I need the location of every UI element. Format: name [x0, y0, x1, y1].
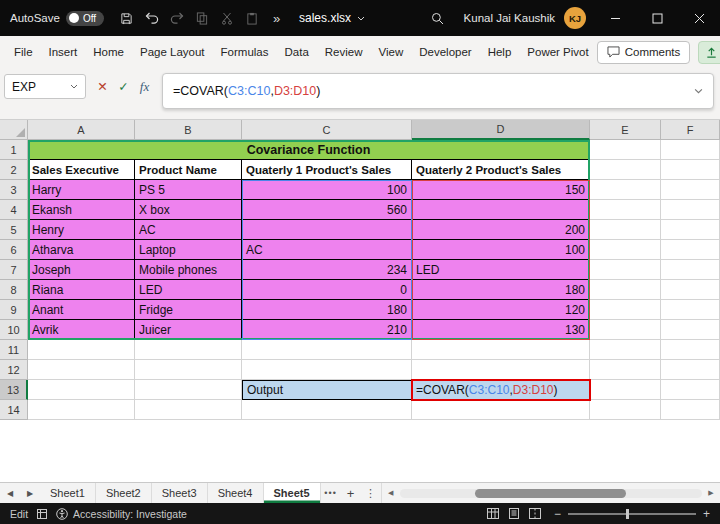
- cell-b10[interactable]: Juicer: [135, 320, 242, 340]
- avatar[interactable]: KJ: [564, 7, 586, 29]
- name-box-dropdown-icon[interactable]: [70, 84, 78, 89]
- cell-c4[interactable]: 560: [242, 200, 412, 220]
- cell-e6[interactable]: [590, 240, 661, 260]
- comments-button[interactable]: Comments: [597, 41, 691, 64]
- cell-b7[interactable]: Mobile phones: [135, 260, 242, 280]
- cell-b6[interactable]: Laptop: [135, 240, 242, 260]
- close-button[interactable]: [678, 0, 720, 36]
- row-header-12[interactable]: 12: [0, 360, 28, 380]
- row-header-8[interactable]: 8: [0, 280, 28, 300]
- maximize-button[interactable]: [636, 0, 678, 36]
- cell-b12[interactable]: [135, 360, 242, 380]
- macro-record-button[interactable]: [37, 509, 47, 519]
- cell-b9[interactable]: Fridge: [135, 300, 242, 320]
- tab-file[interactable]: File: [6, 36, 41, 68]
- search-button[interactable]: [425, 0, 450, 36]
- row-header-3[interactable]: 3: [0, 180, 28, 200]
- cell-c10[interactable]: 210: [242, 320, 412, 340]
- zoom-slider[interactable]: [568, 513, 696, 515]
- cell-d13-active[interactable]: =COVAR(C3:C10,D3:D10): [412, 380, 590, 400]
- formula-bar-input[interactable]: =COVAR(C3:C10,D3:D10): [162, 73, 714, 109]
- accessibility-status[interactable]: Accessibility: Investigate: [56, 508, 187, 520]
- cell-c5[interactable]: [242, 220, 412, 240]
- column-header-d-selected[interactable]: D: [412, 120, 590, 140]
- row-header-1[interactable]: 1: [0, 140, 28, 160]
- formula-bar-collapse-icon[interactable]: [694, 88, 703, 94]
- cell-e13[interactable]: [590, 380, 661, 400]
- paste-button[interactable]: [239, 0, 264, 36]
- sheet-tab-sheet1[interactable]: Sheet1: [40, 483, 96, 503]
- cancel-button[interactable]: ✕: [92, 79, 113, 94]
- cell-a7[interactable]: Joseph: [28, 260, 135, 280]
- enter-button[interactable]: ✓: [113, 79, 134, 94]
- cell-d8[interactable]: 180: [412, 280, 590, 300]
- tab-power-pivot[interactable]: Power Pivot: [519, 36, 596, 68]
- zoom-in-button[interactable]: +: [703, 508, 710, 520]
- cell-c13-output[interactable]: Output: [242, 380, 412, 400]
- cell-a13[interactable]: [28, 380, 135, 400]
- cell-e8[interactable]: [590, 280, 661, 300]
- cut-button[interactable]: [214, 0, 239, 36]
- cell-b2[interactable]: Product Name: [135, 160, 242, 180]
- cell-e2[interactable]: [590, 160, 661, 180]
- cell-a9[interactable]: Anant: [28, 300, 135, 320]
- cell-f14[interactable]: [661, 400, 720, 420]
- share-button[interactable]: [698, 41, 720, 64]
- cell-e10[interactable]: [590, 320, 661, 340]
- more-sheets-button[interactable]: •••: [321, 483, 341, 503]
- row-header-11[interactable]: 11: [0, 340, 28, 360]
- document-title[interactable]: sales.xlsx: [299, 11, 365, 25]
- cell-c2[interactable]: Quaterly 1 Product's Sales: [242, 160, 412, 180]
- page-layout-button[interactable]: [508, 508, 520, 519]
- cell-f8[interactable]: [661, 280, 720, 300]
- tab-home[interactable]: Home: [85, 36, 132, 68]
- cell-a8[interactable]: Riana: [28, 280, 135, 300]
- cell-d2[interactable]: Quaterly 2 Product's Sales: [412, 160, 590, 180]
- zoom-slider-thumb[interactable]: [626, 509, 629, 519]
- cell-a10[interactable]: Avrik: [28, 320, 135, 340]
- normal-view-button[interactable]: [487, 508, 499, 519]
- select-all-corner[interactable]: [0, 120, 28, 140]
- cell-f5[interactable]: [661, 220, 720, 240]
- cell-e7[interactable]: [590, 260, 661, 280]
- cell-a3[interactable]: Harry: [28, 180, 135, 200]
- cell-e11[interactable]: [590, 340, 661, 360]
- cell-f2[interactable]: [661, 160, 720, 180]
- row-header-2[interactable]: 2: [0, 160, 28, 180]
- row-header-14[interactable]: 14: [0, 400, 28, 420]
- cell-f3[interactable]: [661, 180, 720, 200]
- cell-b4[interactable]: X box: [135, 200, 242, 220]
- cell-b5[interactable]: AC: [135, 220, 242, 240]
- toolbar-overflow-button[interactable]: »: [264, 0, 289, 36]
- cell-a4[interactable]: Ekansh: [28, 200, 135, 220]
- tab-data[interactable]: Data: [277, 36, 317, 68]
- cell-f12[interactable]: [661, 360, 720, 380]
- row-header-6[interactable]: 6: [0, 240, 28, 260]
- new-sheet-button[interactable]: +: [341, 483, 361, 503]
- cell-f6[interactable]: [661, 240, 720, 260]
- column-header-a[interactable]: A: [28, 120, 135, 140]
- cell-e9[interactable]: [590, 300, 661, 320]
- sheet-tab-sheet3[interactable]: Sheet3: [152, 483, 208, 503]
- cell-d6[interactable]: 100: [412, 240, 590, 260]
- undo-button[interactable]: [139, 0, 164, 36]
- scrollbar-thumb[interactable]: [475, 489, 626, 498]
- sheet-tab-sheet2[interactable]: Sheet2: [96, 483, 152, 503]
- cell-c12[interactable]: [242, 360, 412, 380]
- cell-e3[interactable]: [590, 180, 661, 200]
- cell-f9[interactable]: [661, 300, 720, 320]
- cell-a2[interactable]: Sales Executive: [28, 160, 135, 180]
- scroll-left-button[interactable]: ◀: [384, 489, 398, 497]
- cell-d7[interactable]: LED: [412, 260, 590, 280]
- tab-view[interactable]: View: [371, 36, 412, 68]
- column-header-e[interactable]: E: [590, 120, 661, 140]
- cell-c7[interactable]: 234: [242, 260, 412, 280]
- row-header-9[interactable]: 9: [0, 300, 28, 320]
- cell-d11[interactable]: [412, 340, 590, 360]
- cell-c6[interactable]: AC: [242, 240, 412, 260]
- cell-b8[interactable]: LED: [135, 280, 242, 300]
- tab-review[interactable]: Review: [317, 36, 371, 68]
- cell-f11[interactable]: [661, 340, 720, 360]
- name-box[interactable]: EXP: [4, 74, 86, 99]
- column-header-f[interactable]: F: [661, 120, 720, 140]
